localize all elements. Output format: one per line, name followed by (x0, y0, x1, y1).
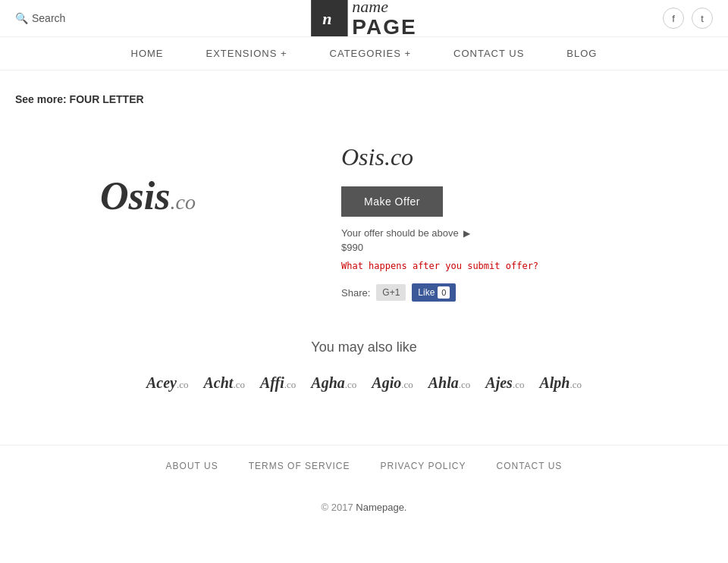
search-label[interactable]: Search (32, 12, 65, 24)
list-item[interactable]: Acey.co (146, 374, 189, 392)
brand-link[interactable]: Namepage. (356, 502, 406, 513)
domain-card-name: Alph (539, 374, 570, 391)
list-item[interactable]: Alph.co (539, 374, 582, 392)
domain-logo-display: Osis.co (15, 128, 281, 264)
share-row: Share: G+1 Like 0 (341, 283, 713, 302)
logo-name: name (352, 0, 416, 16)
logo-svg: n (317, 6, 341, 30)
logo: n name PAGE (311, 0, 416, 39)
footer-terms[interactable]: TERMS OF SERVICE (249, 461, 350, 471)
footer-contact[interactable]: CONTACT US (496, 461, 562, 471)
make-offer-button[interactable]: Make Offer (341, 186, 443, 217)
domain-card-tld: .co (177, 379, 189, 390)
domain-name-display: Osis (100, 174, 170, 217)
list-item[interactable]: Agha.co (311, 374, 356, 392)
offer-hint: Your offer should be above ▶ (341, 227, 713, 239)
offer-hint-text: Your offer should be above (341, 227, 459, 239)
logo-icon: n (311, 0, 347, 36)
logo-page: PAGE (352, 16, 416, 39)
list-item[interactable]: Acht.co (204, 374, 245, 392)
domain-card-name: Acey (146, 374, 177, 391)
twitter-icon[interactable]: t (692, 8, 713, 29)
see-more-value[interactable]: FOUR LETTER (70, 93, 144, 105)
submit-link[interactable]: What happens after you submit offer? (341, 261, 713, 271)
fb-like-count: 0 (438, 286, 450, 299)
main-nav: HOME EXTENSIONS + CATEGORIES + CONTACT U… (0, 37, 728, 70)
footer-copyright: © 2017 Namepage. (0, 486, 728, 528)
copyright-text: © 2017 (322, 502, 353, 513)
see-more: See more: FOUR LETTER (15, 93, 713, 105)
domain-card-tld: .co (284, 379, 297, 390)
domain-area: Osis.co Osis.co Make Offer Your offer sh… (15, 128, 713, 302)
footer-nav: ABOUT US TERMS OF SERVICE PRIVACY POLICY… (0, 445, 728, 486)
search-area[interactable]: 🔍 Search (15, 12, 65, 24)
domain-list: Acey.co Acht.co Affi.co Agha.co Agio.co … (15, 374, 713, 392)
search-icon: 🔍 (15, 12, 28, 24)
nav-extensions[interactable]: EXTENSIONS + (185, 37, 309, 70)
domain-card-tld: .co (459, 379, 471, 390)
domain-card-name: Agio (372, 374, 401, 391)
list-item[interactable]: Ajes.co (485, 374, 524, 392)
logo-link[interactable]: n name PAGE (311, 0, 416, 39)
list-item[interactable]: Affi.co (260, 374, 296, 392)
footer-about[interactable]: ABOUT US (166, 461, 218, 471)
domain-tld-display: .co (171, 190, 196, 214)
domain-card-tld: .co (513, 379, 525, 390)
fb-like-label: Like (418, 287, 435, 298)
nav-blog[interactable]: BLOG (545, 37, 618, 70)
facebook-like-button[interactable]: Like 0 (412, 283, 456, 302)
domain-card-tld: .co (233, 379, 245, 390)
domain-card-name: Ahla (428, 374, 459, 391)
list-item[interactable]: Agio.co (372, 374, 413, 392)
also-like-section: You may also like Acey.co Acht.co Affi.c… (15, 339, 713, 392)
header: 🔍 Search n name PAGE f t (0, 0, 728, 37)
google-plus-button[interactable]: G+1 (376, 284, 406, 301)
also-like-title: You may also like (15, 339, 713, 355)
nav-home[interactable]: HOME (110, 37, 185, 70)
domain-logo-text: Osis.co (100, 174, 196, 218)
see-more-prefix: See more: (15, 93, 67, 105)
domain-card-tld: .co (570, 379, 582, 390)
offer-amount: $990 (341, 242, 713, 253)
share-label: Share: (341, 287, 370, 299)
main-content: See more: FOUR LETTER Osis.co Osis.co Ma… (0, 70, 728, 445)
logo-text: name PAGE (352, 0, 416, 39)
nav-categories[interactable]: CATEGORIES + (309, 37, 432, 70)
svg-text:n: n (322, 9, 331, 28)
footer-privacy[interactable]: PRIVACY POLICY (381, 461, 466, 471)
domain-card-name: Affi (260, 374, 284, 391)
arrow-icon: ▶ (463, 228, 470, 239)
list-item[interactable]: Ahla.co (428, 374, 471, 392)
facebook-icon[interactable]: f (663, 8, 684, 29)
domain-card-name: Agha (311, 374, 344, 391)
domain-card-tld: .co (401, 379, 413, 390)
nav-contact[interactable]: CONTACT US (432, 37, 545, 70)
domain-title: Osis.co (341, 143, 713, 171)
social-links: f t (663, 8, 713, 29)
domain-card-tld: .co (345, 379, 357, 390)
domain-info: Osis.co Make Offer Your offer should be … (341, 128, 713, 302)
domain-card-name: Acht (204, 374, 234, 391)
domain-card-name: Ajes (485, 374, 513, 391)
